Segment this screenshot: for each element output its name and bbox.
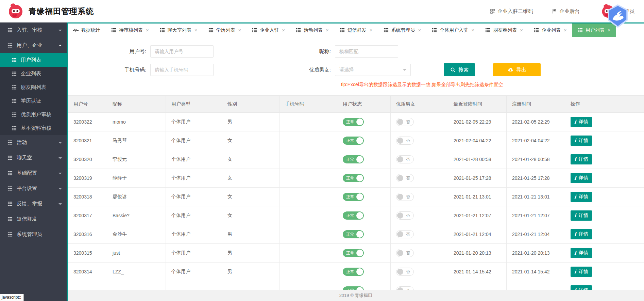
tab-1[interactable]: 待审核列表×	[106, 23, 154, 37]
sidebar-item-2[interactable]: 活动	[0, 135, 67, 150]
tab-10[interactable]: 企业列表×	[528, 23, 572, 37]
enterprise-backend-label: 企业后台	[559, 8, 580, 15]
status-toggle[interactable]: 正常	[343, 174, 364, 182]
cell-phone	[279, 206, 337, 225]
cell-actions: i详情	[565, 113, 644, 131]
list-icon	[12, 71, 17, 76]
tab-2[interactable]: 聊天室列表×	[154, 23, 203, 37]
tab-6[interactable]: 短信群发×	[334, 23, 378, 37]
sidebar-item-label: 用户、企业	[17, 42, 42, 49]
close-icon[interactable]: ×	[564, 28, 567, 33]
search-button-label: 搜索	[458, 67, 469, 73]
sidebar-subitem-1-1[interactable]: 企业列表	[0, 67, 67, 80]
close-icon[interactable]: ×	[238, 28, 241, 33]
detail-button[interactable]: i详情	[571, 154, 592, 164]
detail-button[interactable]: i详情	[571, 192, 592, 202]
enterprise-qrcode-link[interactable]: 企业入驻二维码	[490, 8, 533, 15]
close-icon[interactable]: ×	[370, 28, 373, 33]
close-icon[interactable]: ×	[520, 28, 523, 33]
tab-label: 企业列表	[542, 27, 561, 33]
status-toggle[interactable]: 正常	[343, 249, 364, 257]
tab-9[interactable]: 朋友圈列表×	[480, 23, 528, 37]
sidebar-subitem-label: 企业列表	[21, 70, 41, 77]
tab-label: 活动列表	[304, 27, 323, 33]
sidebar-item-label: 短信群发	[17, 216, 37, 222]
status-toggle-label: 正常	[346, 157, 354, 162]
status-toggle[interactable]: 正常	[343, 155, 364, 163]
quality-toggle[interactable]: 否	[396, 137, 414, 145]
chevron-down-icon	[58, 173, 62, 176]
tab-7[interactable]: 系统管理员×	[378, 23, 427, 37]
sidebar-item-5[interactable]: 平台设置	[0, 181, 67, 196]
quality-toggle[interactable]: 否	[396, 118, 414, 126]
close-icon[interactable]: ×	[326, 28, 329, 33]
close-icon[interactable]: ×	[146, 28, 149, 33]
status-toggle[interactable]: 正常	[343, 230, 364, 238]
status-toggle[interactable]: 正常	[343, 118, 364, 126]
close-icon[interactable]: ×	[471, 28, 474, 33]
sidebar-item-6[interactable]: 反馈、举报	[0, 196, 67, 211]
sidebar-item-8[interactable]: 系统管理员	[0, 227, 67, 242]
quality-toggle[interactable]: 否	[396, 249, 414, 257]
detail-button[interactable]: i详情	[571, 248, 592, 258]
list-icon	[432, 28, 437, 33]
tab-4[interactable]: 企业入驻×	[247, 23, 290, 37]
chevron-down-icon	[58, 142, 62, 145]
status-toggle[interactable]: 正常	[343, 268, 364, 276]
quality-toggle[interactable]: 否	[396, 268, 414, 276]
detail-button[interactable]: i详情	[571, 210, 592, 221]
sidebar-subitem-1-0[interactable]: 用户列表	[0, 53, 67, 67]
page-footer: 2019 © 青缘福田	[68, 290, 644, 301]
detail-button-label: 详情	[579, 138, 588, 144]
quality-toggle[interactable]: 否	[396, 230, 414, 238]
detail-button[interactable]: i详情	[571, 267, 592, 277]
detail-button[interactable]: i详情	[571, 117, 592, 127]
cell-user-status: 正常	[337, 244, 391, 263]
search-button[interactable]: 搜索	[444, 63, 475, 76]
sidebar-item-0[interactable]: 入驻、审核	[0, 22, 67, 38]
export-button[interactable]: 导出	[493, 63, 541, 76]
status-toggle[interactable]: 正常	[343, 193, 364, 201]
quality-toggle[interactable]: 否	[396, 155, 414, 163]
sidebar-item-3[interactable]: 聊天室	[0, 150, 67, 165]
user-id-input[interactable]	[150, 45, 214, 58]
detail-button[interactable]: i详情	[571, 173, 592, 183]
sidebar-item-4[interactable]: 基础配置	[0, 165, 67, 181]
tab-label: 数据统计	[81, 27, 100, 33]
quality-toggle[interactable]: 否	[396, 174, 414, 182]
user-table: 用户号昵称用户类型性别手机号码用户状态优质男女最近登陆时间注册时间操作 3200…	[68, 95, 644, 300]
quality-toggle[interactable]: 否	[396, 211, 414, 220]
toggle-knob	[397, 175, 403, 181]
tab-5[interactable]: 活动列表×	[290, 23, 334, 37]
tab-label: 短信群发	[348, 27, 367, 33]
top-header: 青缘福田管理系统 企业入驻二维码	[0, 0, 644, 22]
quality-gender-select[interactable]: 请选择	[335, 64, 411, 76]
close-icon[interactable]: ×	[418, 28, 421, 33]
sidebar-subitem-1-5[interactable]: 基本资料审核	[0, 121, 67, 135]
status-toggle-label: 正常	[346, 232, 354, 237]
sidebar-subitem-1-2[interactable]: 朋友圈列表	[0, 80, 67, 94]
sidebar-item-label: 入驻、审核	[17, 27, 42, 33]
status-toggle[interactable]: 正常	[343, 137, 364, 145]
tab-0[interactable]: 数据统计	[68, 23, 106, 37]
dove-app-icon[interactable]	[606, 4, 630, 29]
close-icon[interactable]: ×	[194, 28, 198, 33]
enterprise-backend-link[interactable]: 企业后台	[552, 8, 580, 15]
detail-button[interactable]: i详情	[571, 136, 592, 146]
tab-3[interactable]: 学历列表×	[203, 23, 247, 37]
sidebar-subitem-1-3[interactable]: 学历认证	[0, 94, 67, 108]
status-toggle[interactable]: 正常	[343, 211, 364, 220]
close-icon[interactable]: ×	[282, 28, 285, 33]
detail-button[interactable]: i详情	[571, 229, 592, 239]
nickname-input[interactable]	[335, 45, 398, 58]
sidebar-subitem-1-4[interactable]: 优质用户审核	[0, 108, 67, 121]
cell-nickname: 李骏元	[107, 150, 166, 169]
phone-input[interactable]	[150, 64, 214, 76]
tab-8[interactable]: 个体用户入驻×	[426, 23, 480, 37]
sidebar-item-7[interactable]: 短信群发	[0, 211, 67, 227]
sidebar-item-1[interactable]: 用户、企业	[0, 38, 67, 53]
sidebar-submenu: 用户列表企业列表朋友圈列表学历认证优质用户审核基本资料审核	[0, 53, 67, 135]
cloud-download-icon	[507, 67, 513, 72]
quality-toggle[interactable]: 否	[396, 193, 414, 201]
table-row: 3200319静静子个体用户女正常否2021-01-25 17:282021-0…	[68, 169, 644, 188]
